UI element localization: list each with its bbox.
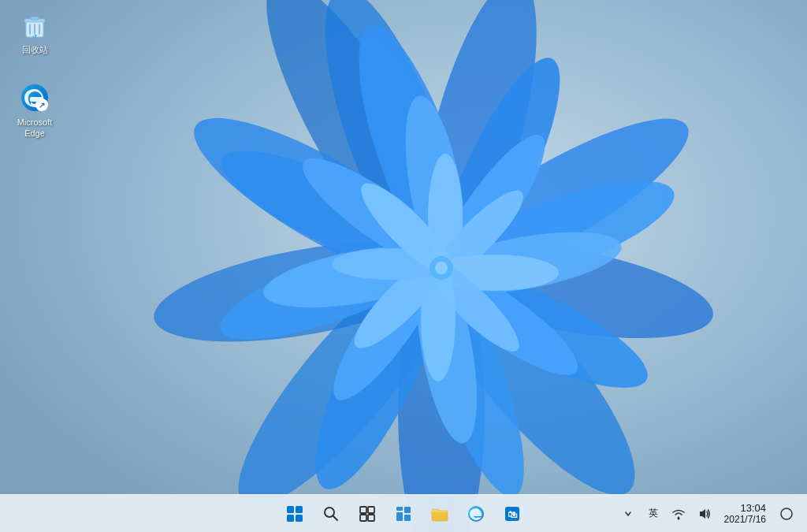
recycle-bin-icon[interactable]: ↺ 回收站 — [6, 6, 63, 58]
language-text: 英 — [646, 507, 660, 520]
svg-text:🛍: 🛍 — [508, 509, 518, 520]
recycle-bin-label: 回收站 — [22, 44, 48, 55]
svg-rect-57 — [368, 515, 374, 521]
svg-rect-50 — [287, 515, 294, 522]
notification-icon[interactable] — [775, 500, 798, 528]
widgets-button[interactable] — [388, 498, 419, 530]
start-button[interactable] — [279, 498, 311, 530]
svg-rect-58 — [396, 507, 403, 511]
language-indicator[interactable]: 英 — [642, 500, 664, 528]
svg-rect-49 — [296, 506, 303, 513]
clock[interactable]: 13:04 2021/7/16 — [718, 497, 772, 531]
svg-rect-64 — [432, 511, 448, 512]
recycle-bin-image: ↺ — [19, 9, 50, 41]
clock-time: 13:04 — [740, 502, 766, 514]
edge-label: Microsoft Edge — [9, 117, 60, 140]
svg-point-69 — [781, 508, 792, 519]
svg-rect-40 — [31, 17, 39, 20]
wallpaper — [0, 0, 807, 532]
svg-rect-61 — [404, 515, 411, 521]
sound-icon[interactable] — [693, 500, 715, 528]
svg-rect-56 — [360, 515, 366, 521]
svg-text:↺: ↺ — [32, 34, 37, 39]
store-button[interactable]: 🛍 — [496, 498, 528, 530]
svg-line-53 — [333, 515, 338, 520]
clock-date: 2021/7/16 — [724, 514, 766, 525]
svg-rect-55 — [368, 507, 374, 513]
svg-rect-51 — [296, 515, 303, 522]
network-icon[interactable] — [668, 500, 690, 528]
edge-taskbar-button[interactable] — [460, 498, 492, 530]
svg-rect-60 — [396, 512, 403, 521]
svg-point-68 — [677, 517, 679, 519]
file-explorer-button[interactable] — [424, 498, 456, 530]
svg-rect-48 — [287, 506, 294, 513]
taskbar: 🛍 英 — [0, 494, 807, 532]
desktop: ↺ 回收站 — [0, 0, 807, 532]
svg-rect-59 — [404, 507, 411, 513]
task-view-button[interactable] — [351, 498, 383, 530]
show-hidden-icons-button[interactable] — [617, 500, 639, 528]
search-button[interactable] — [315, 498, 347, 530]
edge-image: ↗ — [19, 82, 50, 113]
microsoft-edge-icon[interactable]: ↗ Microsoft Edge — [6, 79, 63, 143]
taskbar-tray: 英 13:04 — [617, 497, 798, 531]
svg-rect-54 — [360, 507, 366, 513]
svg-point-37 — [435, 262, 448, 274]
taskbar-center: 🛍 — [279, 498, 528, 530]
svg-text:↗: ↗ — [39, 101, 45, 110]
